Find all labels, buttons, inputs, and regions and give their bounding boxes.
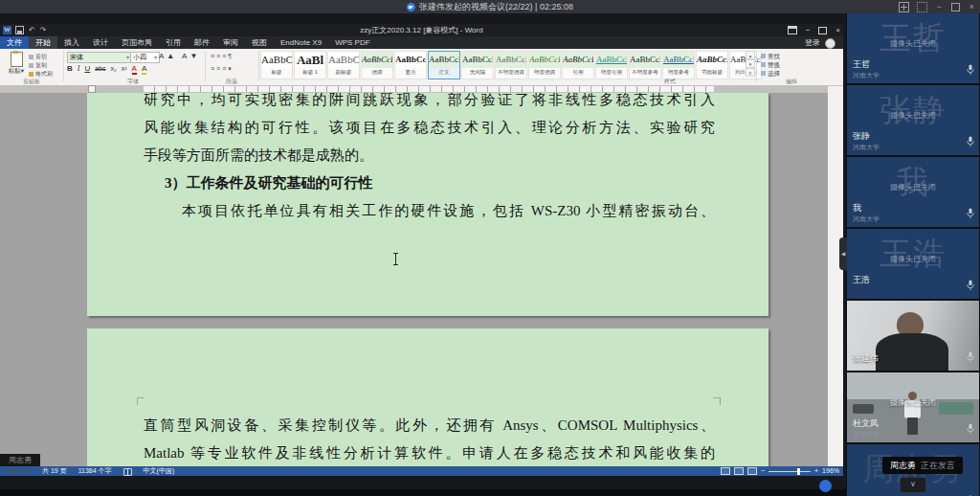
style-chip[interactable]: AaBbCcD要点 (394, 51, 427, 79)
zoom-out-button[interactable]: − (761, 466, 765, 476)
style-chip[interactable]: AaBbC标题 (260, 51, 293, 79)
account-avatar[interactable] (825, 38, 835, 49)
replace-button[interactable]: 替换 (761, 60, 780, 69)
style-chip[interactable]: AaBbCcDc正文 (428, 51, 460, 79)
camera-off-label: 摄像头已关闭 (847, 397, 979, 408)
ribbon-tab[interactable]: 审阅 (216, 36, 245, 49)
participant-tile[interactable]: 王浩 摄像头已关闭 王浩 (847, 229, 979, 299)
participant-tile[interactable]: 张建伟 (847, 301, 979, 371)
maximize-button[interactable] (951, 3, 960, 11)
participant-tile[interactable]: 我 摄像头已关闭 我 河南大学 (847, 157, 979, 227)
sidebar-collapse-handle[interactable]: ◀ (839, 237, 847, 270)
ribbon-tab[interactable]: 页面布局 (115, 36, 159, 49)
text-highlight-button[interactable]: A (142, 64, 146, 75)
select-button[interactable]: 选择 (761, 69, 780, 78)
close-button[interactable]: × (968, 3, 976, 11)
style-chip[interactable]: AaBbCcD书籍标题 (696, 51, 728, 79)
zoom-slider[interactable] (768, 471, 811, 472)
zoom-in-button[interactable]: + (814, 466, 818, 476)
word-close-button[interactable]: × (835, 26, 840, 34)
paragraph-align-icons[interactable]: ≡≡≡▾ (211, 65, 234, 73)
ribbon-tab[interactable]: 视图 (245, 36, 274, 49)
ribbon-tab[interactable]: 文件 (0, 36, 29, 49)
style-chip[interactable]: AaBbCcDc明显强调 (528, 51, 561, 79)
bold-button[interactable]: B (67, 64, 73, 73)
web-layout-icon[interactable] (747, 467, 757, 475)
font-size-combo[interactable]: 小四▾ (130, 52, 160, 63)
style-chip[interactable]: AaBbCcD不明显参考 (629, 51, 661, 79)
ribbon-tab[interactable]: EndNote X9 (274, 36, 328, 49)
document-area[interactable]: 研究中，均可实现密集的阱间跳跃现象，部分验证了将非线性多稳态技术引入风能收集结构… (0, 93, 828, 466)
undo-button[interactable]: ↶ (29, 26, 35, 34)
ribbon-tabs: 文件开始插入设计页面布局引用邮件审阅视图EndNote X9WPS PDF (0, 36, 843, 49)
ribbon-display-options-icon[interactable] (788, 26, 797, 34)
italic-button[interactable]: I (78, 64, 80, 73)
ribbon-tab[interactable]: 开始 (29, 36, 57, 49)
ribbon-tab[interactable]: 设计 (86, 36, 115, 49)
meeting-camera-icon (407, 3, 415, 11)
document-line: 直筒型风洞设备、采集控制仪等。此外，还拥有 Ansys、COMSOL Multi… (144, 412, 715, 440)
word-restore-button[interactable] (818, 27, 827, 34)
language-status[interactable]: 中文(中国) (144, 466, 175, 476)
minimize-button[interactable]: − (935, 3, 944, 11)
proofing-icon[interactable] (123, 468, 132, 476)
redo-button[interactable]: ↷ (40, 26, 47, 34)
active-speaker-tooltip: 周志勇 正在发言 (882, 457, 963, 474)
document-page-1[interactable]: 研究中，均可实现密集的阱间跳跃现象，部分验证了将非线性多稳态技术引入风能收集结构… (87, 93, 768, 316)
style-chip[interactable]: AaBbCcDc强调 (361, 51, 393, 79)
style-chip[interactable]: AaBl标题 1 (294, 51, 326, 79)
participant-name: 张静 (853, 130, 870, 143)
style-chip[interactable]: AaBbC副标题 (327, 51, 360, 79)
tab-selector-icon[interactable] (88, 85, 96, 93)
underline-button[interactable]: U (84, 64, 90, 73)
participant-tile[interactable]: 摄像头已关闭 杜文凤 浙江大学 (847, 372, 979, 442)
cut-button[interactable]: 剪切 (29, 53, 47, 61)
sign-in-button[interactable]: 登录 (805, 36, 820, 49)
paragraph-list-icons[interactable]: ≡≡≡¶ (211, 53, 234, 59)
subscript-button[interactable]: x₂ (111, 65, 117, 72)
horizontal-ruler[interactable] (0, 85, 828, 93)
ribbon-tab[interactable]: 邮件 (188, 36, 216, 49)
strikethrough-button[interactable]: abc (95, 65, 105, 72)
style-chip[interactable]: AaBbCcDc明显引用 (595, 51, 628, 79)
meeting-titlebar: 张建伟发起的视频会议(22/22) | 02:25:08 − × (0, 0, 980, 13)
meeting-assistant-button[interactable] (819, 480, 832, 492)
style-chip[interactable]: AaBbCcD明显参考 (662, 51, 695, 79)
zoom-level[interactable]: 196% (822, 466, 839, 476)
participant-tile[interactable]: 张静 摄像头已关闭 张静 河南大学 (847, 85, 979, 155)
style-chip[interactable]: AaBbCcDc无间隔 (461, 51, 494, 79)
style-chip[interactable]: AaBbCcDc不明显强调 (495, 51, 527, 79)
read-mode-icon[interactable] (721, 467, 730, 475)
microphone-icon (967, 421, 974, 439)
ribbon-tab[interactable]: WPS PDF (328, 36, 376, 49)
document-page-2[interactable]: 直筒型风洞设备、采集控制仪等。此外，还拥有 Ansys、COMSOL Multi… (87, 328, 768, 466)
grow-font-button[interactable]: A▲ (159, 52, 177, 60)
participant-org: 浙江大学 (853, 430, 880, 440)
ribbon-tab[interactable]: 引用 (159, 36, 188, 49)
document-line: 研究中，均可实现密集的阱间跳跃现象，部分验证了将非线性多稳态技术引入 (144, 93, 715, 114)
superscript-button[interactable]: x² (122, 65, 127, 72)
participant-name: 杜文凤 (853, 417, 879, 430)
fullscreen-icon[interactable] (917, 2, 927, 12)
sharer-name-chip: 周志勇 (0, 454, 40, 466)
find-button[interactable]: 查找 (761, 52, 780, 60)
styles-gallery-scroll[interactable]: ▴▾≡ (746, 51, 755, 77)
word-minimize-button[interactable]: − (806, 26, 811, 34)
word-count[interactable]: 11384 个字 (78, 466, 112, 476)
participant-tile[interactable]: 王哲 摄像头已关闭 王哲 河南大学 (847, 13, 979, 83)
shrink-font-button[interactable]: A▼ (182, 52, 200, 60)
word-app-icon: W (3, 26, 11, 34)
zoom-slider-thumb[interactable] (797, 468, 800, 475)
print-layout-icon[interactable] (734, 467, 744, 475)
font-color-button[interactable]: A (132, 64, 137, 75)
page-count[interactable]: 共 19 页 (42, 466, 67, 476)
ribbon-tab[interactable]: 插入 (57, 36, 86, 49)
font-name-combo[interactable]: 宋体▾ (67, 52, 132, 63)
paste-button[interactable]: 粘贴▾ (6, 52, 27, 77)
copy-button[interactable]: 复制 (29, 61, 47, 70)
layout-grid-icon[interactable] (899, 2, 909, 12)
style-chip[interactable]: AaBbCcDc引用 (562, 51, 594, 79)
sidebar-scroll-down-button[interactable]: ∨ (900, 477, 926, 493)
save-button[interactable] (15, 26, 24, 34)
participant-name: 我 (853, 202, 861, 214)
